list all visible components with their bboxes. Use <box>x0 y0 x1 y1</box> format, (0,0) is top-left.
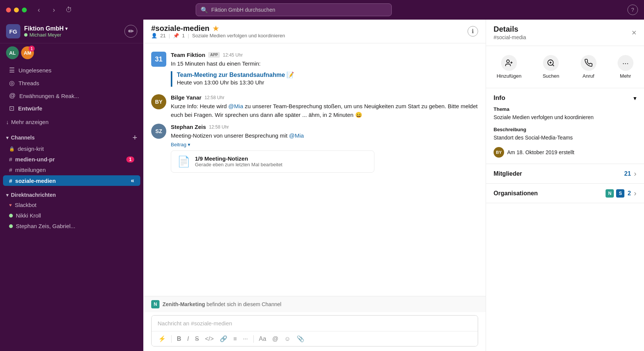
chevron-mitglieder-icon <box>634 169 636 178</box>
minimize-dot[interactable] <box>14 8 19 12</box>
channel-mitteilungen[interactable]: # mitteilungen <box>3 165 140 175</box>
more-show[interactable]: ↓ Mehr anzeigen <box>0 116 143 127</box>
channel-soziale-medien[interactable]: # soziale-medien « <box>3 175 140 186</box>
channel-title: #soziale-medien ★ <box>151 24 285 33</box>
message-group-2: BY Bilge Yanar 12:58 Uhr Kurze Info: Heu… <box>151 92 478 121</box>
back-button[interactable]: ‹ <box>33 4 45 16</box>
toolbar-bolt[interactable]: ⚡ <box>156 334 168 344</box>
svg-line-4 <box>553 64 554 66</box>
mitglieder-row[interactable]: Mitglieder 21 <box>486 164 644 184</box>
toolbar-more[interactable]: ··· <box>241 334 250 344</box>
toolbar-attach[interactable]: 📎 <box>294 334 307 344</box>
details-close-button[interactable]: × <box>632 28 636 38</box>
toolbar-italic[interactable]: I <box>185 334 191 344</box>
toolbar-text-style[interactable]: Aa <box>257 334 269 344</box>
details-subtitle: #social-media <box>494 34 526 40</box>
call-icon <box>581 55 596 71</box>
beschreibung-field: Beschreibung Standort des Social-Media-T… <box>494 127 636 142</box>
message-time-1: 12:45 Uhr <box>223 52 243 58</box>
workspace-name[interactable]: Fiktion GmbH ▾ <box>24 25 121 32</box>
hash-icon: # <box>9 156 12 162</box>
channels-section-header[interactable]: ▾ Channels + <box>0 130 143 143</box>
created-text: Am 18. Oktober 2019 erstellt <box>507 149 574 155</box>
add-member-icon <box>501 55 517 71</box>
mitglieder-right: 21 <box>624 169 636 178</box>
search-bar[interactable]: 🔍 <box>196 3 392 16</box>
info-section-title: Info <box>494 94 505 102</box>
message-header-1: Team Fiktion APP 12:45 Uhr <box>171 52 478 58</box>
workspace-avatar[interactable]: FG <box>6 24 20 38</box>
details-actions: Hinzufügen Suchen <box>486 46 644 88</box>
channel-design-krit[interactable]: 🔒 design-krit <box>3 144 140 154</box>
avatar-am[interactable]: AM 1 <box>21 46 34 59</box>
sidebar: FG Fiktion GmbH ▾ Michael Meyer ✏ AL AM … <box>0 20 143 351</box>
attachment-card[interactable]: 📄 1/9 Meeting-Notizen Gerade eben zum le… <box>171 150 374 173</box>
channel-medien-und-pr[interactable]: # medien-und-pr 1 <box>3 154 140 164</box>
search-action-icon <box>543 55 559 71</box>
mention-mia[interactable]: @Mia <box>228 103 243 109</box>
hash-icon-2: # <box>9 167 12 173</box>
dm-nikki[interactable]: Nikki Kroll <box>3 210 140 221</box>
details-action-more[interactable]: ··· Mehr <box>612 52 639 82</box>
maximize-dot[interactable] <box>22 8 27 12</box>
toolbar-sep-2 <box>253 335 254 343</box>
hash-icon-3: # <box>9 178 12 184</box>
heart-icon: ♥ <box>9 202 12 208</box>
forward-button[interactable]: › <box>48 4 60 16</box>
beitrag-link[interactable]: Beitrag ▾ <box>171 142 478 147</box>
sidebar-item-ungelesenes[interactable]: ☰ Ungelesenes <box>3 64 140 77</box>
details-panel: Details #social-media × Hinzufügen <box>486 20 644 351</box>
details-action-call[interactable]: Anruf <box>575 52 603 82</box>
history-button[interactable]: ⏱ <box>63 4 75 16</box>
help-button[interactable]: ? <box>627 5 638 15</box>
meeting-link[interactable]: Team-Meeting zur Bestandsaufnahme 📝 <box>177 71 478 78</box>
org-count: 2 <box>627 190 631 197</box>
mitglieder-count: 21 <box>624 170 631 177</box>
toolbar-list[interactable]: ≡ <box>231 334 239 344</box>
back-arrows-icon: « <box>131 177 134 184</box>
beschreibung-label: Beschreibung <box>494 127 636 132</box>
created-row: BY Am 18. Oktober 2019 erstellt <box>494 147 636 158</box>
chat-header: #soziale-medien ★ 👤 21 | 📌 1 | Soziale M… <box>144 20 486 43</box>
message-text-1: In 15 Minuten hast du einen Termin: <box>171 60 478 68</box>
chevron-dm-icon: ▾ <box>6 192 9 198</box>
info-section-header[interactable]: Info <box>494 94 636 102</box>
mention-mia-2[interactable]: @Mia <box>289 132 304 139</box>
toolbar-link[interactable]: 🔗 <box>218 334 230 344</box>
details-action-search[interactable]: Suchen <box>537 52 565 82</box>
sidebar-scroll: ☰ Ungelesenes ◎ Threads @ Erwähnungen & … <box>0 62 143 351</box>
sidebar-item-threads[interactable]: ◎ Threads <box>3 77 140 89</box>
dm-section-header[interactable]: ▾ Direktnachrichten <box>0 189 143 199</box>
quote-block: Team-Meeting zur Bestandsaufnahme 📝 Heut… <box>171 71 478 87</box>
dm-stephan[interactable]: Stephan Zeis, Gabriel... <box>3 221 140 231</box>
star-icon[interactable]: ★ <box>213 25 219 33</box>
avatar-al[interactable]: AL <box>6 46 19 59</box>
search-input[interactable] <box>211 7 387 13</box>
org-badges: N S <box>606 189 624 198</box>
message-group-3: SZ Stephan Zeis 12:58 Uhr Meeting-Notize… <box>151 121 478 175</box>
lock-icon: 🔒 <box>9 146 15 152</box>
dm-slackbot[interactable]: ♥ Slackbot <box>3 200 140 210</box>
organisationen-row[interactable]: Organisationen N S 2 <box>486 184 644 203</box>
close-dot[interactable] <box>6 8 11 12</box>
compose-button[interactable]: ✏ <box>124 25 137 38</box>
toolbar-code[interactable]: </> <box>203 334 216 344</box>
members-icon: 👤 <box>151 33 157 38</box>
avatar-bilge: BY <box>151 94 166 109</box>
toolbar-strike[interactable]: S <box>193 334 201 344</box>
window-controls <box>6 8 27 12</box>
chat-header-actions: ℹ <box>468 26 478 37</box>
sidebar-item-drafts[interactable]: ⊡ Entwürfe <box>3 102 140 115</box>
workspace-info: Fiktion GmbH ▾ Michael Meyer <box>24 25 121 38</box>
toolbar-bold[interactable]: B <box>175 334 184 344</box>
toolbar-mention[interactable]: @ <box>270 334 281 344</box>
add-channel-button[interactable]: + <box>132 133 137 142</box>
toolbar-emoji[interactable]: ☺ <box>282 334 293 344</box>
info-button[interactable]: ℹ <box>468 26 478 37</box>
details-action-add[interactable]: Hinzufügen <box>491 52 527 82</box>
message-time-3: 12:58 Uhr <box>209 124 229 130</box>
organisationen-left: Organisationen <box>494 190 538 197</box>
chat-input[interactable] <box>152 316 478 331</box>
message-author-3: Stephan Zeis <box>171 124 206 130</box>
sidebar-item-mentions[interactable]: @ Erwähnungen & Reak... <box>3 90 140 102</box>
